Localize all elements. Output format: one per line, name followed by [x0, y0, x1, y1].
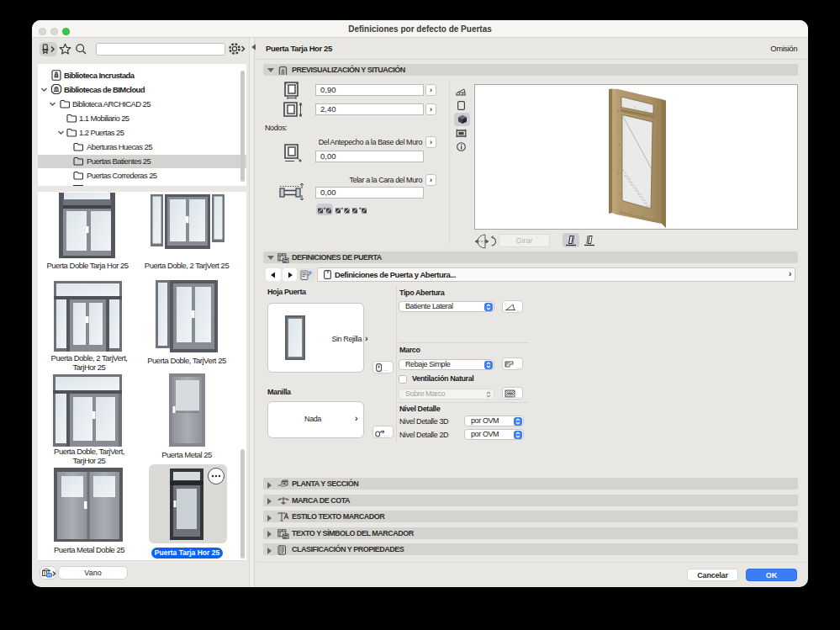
svg-text:...: ...	[515, 306, 520, 312]
svg-text:...: ...	[383, 366, 388, 372]
svg-text:...: ...	[515, 393, 520, 399]
svg-text:...: ...	[384, 431, 389, 437]
svg-text:...: ...	[515, 363, 520, 369]
